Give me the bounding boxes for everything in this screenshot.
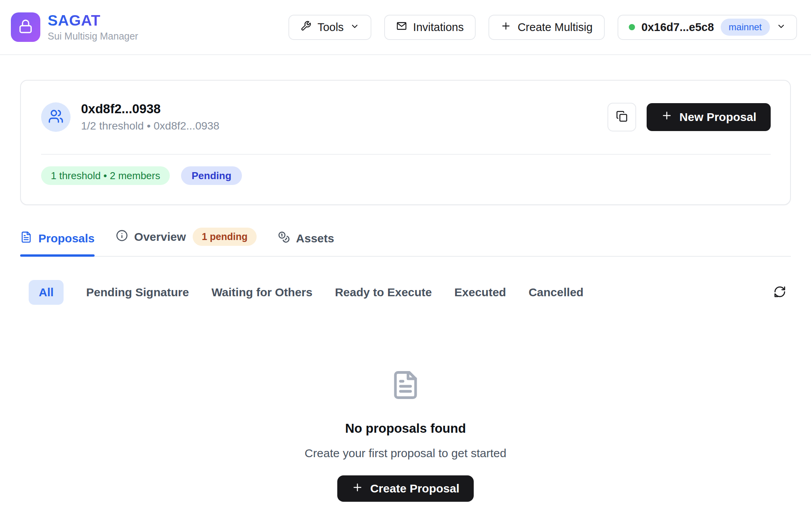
copy-icon	[616, 111, 628, 123]
tab-proposals[interactable]: Proposals	[20, 231, 95, 256]
filter-waiting-for-others[interactable]: Waiting for Others	[211, 286, 312, 299]
copy-address-button[interactable]	[607, 103, 636, 131]
plus-icon	[500, 21, 511, 34]
tab-proposals-label: Proposals	[38, 232, 95, 245]
empty-state: No proposals found Create your first pro…	[20, 370, 791, 502]
tab-assets-label: Assets	[296, 232, 334, 245]
tab-assets[interactable]: Assets	[278, 231, 334, 256]
card-divider	[41, 154, 771, 155]
wallet-menu-button[interactable]: 0x16d7...e5c8 mainnet	[618, 15, 797, 40]
refresh-button[interactable]	[773, 285, 786, 299]
multisig-title: 0xd8f2...0938	[81, 102, 219, 116]
app-title: SAGAT	[48, 12, 138, 29]
refresh-icon	[773, 285, 786, 299]
coins-icon	[278, 231, 290, 246]
file-text-icon	[20, 231, 32, 246]
header-actions: Tools Invitations Create Multisig 0x16d7…	[288, 15, 797, 40]
status-badge: Pending	[181, 166, 242, 185]
multisig-avatar	[41, 102, 71, 132]
create-proposal-button[interactable]: Create Proposal	[337, 475, 474, 502]
filter-pending-signature[interactable]: Pending Signature	[86, 286, 189, 299]
create-multisig-button[interactable]: Create Multisig	[488, 15, 604, 40]
tab-bar: Proposals Overview 1 pending Assets	[20, 228, 791, 257]
plus-icon	[661, 110, 673, 124]
empty-state-subtitle: Create your first proposal to get starte…	[305, 447, 506, 460]
invitations-button[interactable]: Invitations	[384, 15, 476, 40]
invitations-label: Invitations	[413, 21, 464, 34]
lock-icon	[18, 19, 33, 35]
tab-overview[interactable]: Overview 1 pending	[116, 228, 256, 256]
new-proposal-label: New Proposal	[680, 111, 756, 124]
mail-icon	[396, 21, 407, 34]
wrench-icon	[300, 21, 311, 34]
proposal-filters: All Pending Signature Waiting for Others…	[20, 280, 791, 305]
tools-button[interactable]: Tools	[288, 15, 371, 40]
connection-status-dot	[629, 24, 635, 30]
tab-overview-label: Overview	[134, 230, 186, 244]
brand-home-link[interactable]: SAGAT Sui Multisig Manager	[11, 12, 138, 42]
empty-state-title: No proposals found	[345, 421, 466, 436]
document-icon	[390, 370, 421, 402]
members-badge: 1 threshold • 2 members	[41, 166, 170, 185]
wallet-address: 0x16d7...e5c8	[642, 21, 714, 34]
network-badge: mainnet	[721, 19, 770, 36]
plus-icon	[352, 482, 363, 496]
filter-all[interactable]: All	[29, 280, 64, 305]
create-proposal-label: Create Proposal	[370, 482, 459, 495]
info-icon	[116, 230, 128, 244]
app-tagline: Sui Multisig Manager	[48, 31, 138, 42]
new-proposal-button[interactable]: New Proposal	[647, 103, 771, 131]
tools-label: Tools	[317, 21, 344, 34]
chevron-down-icon	[776, 21, 786, 34]
filter-cancelled[interactable]: Cancelled	[528, 286, 583, 299]
pending-count-badge: 1 pending	[193, 228, 256, 246]
main-content: 0xd8f2...0938 1/2 threshold • 0xd8f2...0…	[0, 80, 811, 502]
app-header: SAGAT Sui Multisig Manager Tools Invitat…	[0, 0, 811, 55]
filter-ready-to-execute[interactable]: Ready to Execute	[335, 286, 432, 299]
filter-executed[interactable]: Executed	[454, 286, 506, 299]
app-logo	[11, 12, 40, 42]
users-icon	[48, 109, 64, 126]
create-multisig-label: Create Multisig	[518, 21, 592, 34]
multisig-card: 0xd8f2...0938 1/2 threshold • 0xd8f2...0…	[20, 80, 791, 205]
chevron-down-icon	[350, 21, 359, 34]
multisig-subtitle: 1/2 threshold • 0xd8f2...0938	[81, 120, 219, 132]
